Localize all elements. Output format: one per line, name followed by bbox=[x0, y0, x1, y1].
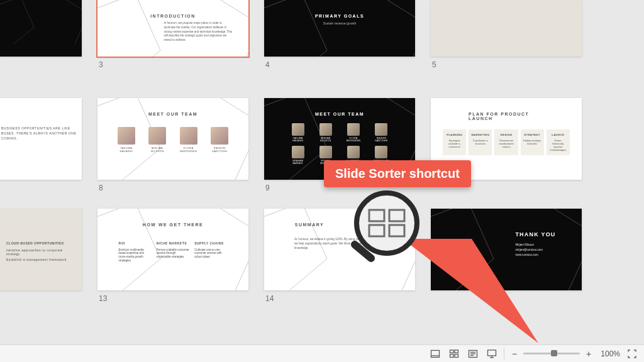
slide-title: PLAN FOR PRODUCT LAUNCH bbox=[469, 112, 544, 121]
team-member: RAJESH SANTOSHI bbox=[372, 123, 391, 142]
team-member: MIRJAM NILSSON bbox=[316, 123, 335, 142]
slide-number: 3 bbox=[97, 57, 248, 69]
slide-thumbnail[interactable]: INTRODUCTIONIn futurum, we propose major… bbox=[97, 0, 248, 57]
svg-rect-14 bbox=[455, 354, 458, 358]
slide-number: 13 bbox=[97, 290, 248, 303]
slide-thumbnail[interactable] bbox=[0, 0, 82, 57]
zoom-in-button[interactable]: + bbox=[584, 349, 594, 359]
slide-title: INTRODUCTION bbox=[150, 14, 196, 18]
slide-number: 14 bbox=[264, 290, 415, 303]
slide-number bbox=[0, 290, 82, 294]
slide-thumbnail[interactable]: BUSINESS OPPORTUNITIES ARE LIKE BUSES. T… bbox=[0, 98, 82, 180]
slide-thumbnail[interactable]: PRIMARY GOALSSustain revenue growth bbox=[264, 0, 415, 57]
slide-number: 5 bbox=[431, 57, 582, 69]
plan-phase: MARKETINGCoordinate e-business bbox=[469, 129, 492, 155]
chart-bars bbox=[446, 1, 567, 45]
team-member: TAKUMA HAYASHI bbox=[116, 127, 137, 153]
slide-thumbnail[interactable]: CLOUD-BASED OPPORTUNITIESIterative appro… bbox=[0, 209, 82, 290]
team-member: MIRJAM NILSSON bbox=[147, 127, 168, 153]
column: SUPPLY CHAINSCultivate one-to-one custom… bbox=[194, 241, 227, 263]
slide-thumbnail[interactable] bbox=[431, 0, 582, 57]
annotation-callout: Slide Sorter shortcut bbox=[324, 160, 471, 187]
slide-title: HOW WE GET THERE bbox=[143, 222, 203, 227]
slide-thumbnail[interactable]: MEET OUR TEAMTAKUMA HAYASHIMIRJAM NILSSO… bbox=[97, 98, 248, 180]
slide-subtitle: Sustain revenue growth bbox=[323, 21, 357, 25]
slide-title: MEET OUR TEAM bbox=[148, 112, 197, 116]
quote-text: BUSINESS OPPORTUNITIES ARE LIKE BUSES. T… bbox=[1, 126, 77, 141]
column: ROIEnvision multimedia based expertise a… bbox=[119, 241, 152, 263]
team-member: FLORA BERGGREN bbox=[178, 127, 199, 153]
svg-rect-13 bbox=[450, 354, 454, 358]
team-member: GRAHAM BARNES bbox=[288, 146, 307, 165]
plan-phase: STRATEGYDeploy strategic networks bbox=[521, 129, 544, 155]
zoom-percent[interactable]: 100% bbox=[599, 349, 620, 358]
fit-to-window-button[interactable] bbox=[625, 347, 639, 361]
slide-title: THANK YOU bbox=[515, 231, 555, 238]
team-member: RAJESH SANTOSHI bbox=[209, 127, 230, 153]
slide-title: SUMMARY bbox=[295, 222, 324, 227]
slide-title: MEET OUR TEAM bbox=[315, 112, 364, 116]
zoom-slider-track[interactable] bbox=[523, 353, 580, 354]
plan-phase: DESIGNDisseminate standardized metrics bbox=[494, 129, 518, 155]
plan-phase: PLANNINGSynergize scalable e-commerce bbox=[443, 129, 466, 155]
team-member: TAKUMA HAYASHI bbox=[288, 123, 307, 142]
team-member: FLORA BERGGREN bbox=[344, 123, 363, 142]
slide-number bbox=[0, 57, 82, 60]
slide-number: 4 bbox=[264, 57, 415, 69]
slide-title: PRIMARY GOALS bbox=[315, 14, 364, 18]
magnifier-graphic bbox=[340, 189, 434, 285]
column: NICHE MARKETSPursue scalable customer se… bbox=[157, 241, 189, 263]
plan-phase: LAUNCHFoster holistically superior metho… bbox=[547, 129, 570, 155]
slide-heading: CLOUD-BASED OPPORTUNITIES bbox=[6, 241, 75, 245]
slide-thumbnail[interactable]: HOW WE GET THEREROIEnvision multimedia b… bbox=[97, 209, 248, 290]
slide-number bbox=[0, 180, 82, 184]
slide-body: In futurum, we propose major plans in or… bbox=[164, 21, 233, 43]
slide-number: 8 bbox=[97, 180, 248, 192]
